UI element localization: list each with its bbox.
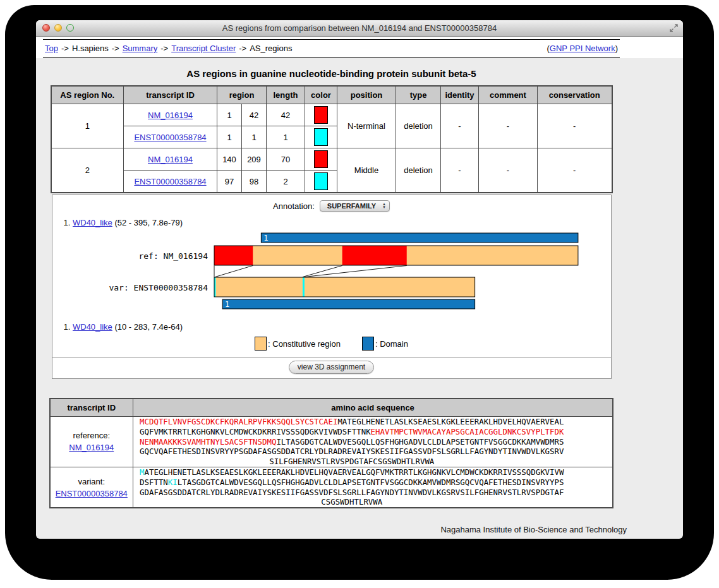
role-label: variant: [78, 477, 105, 486]
color-swatch [314, 150, 328, 168]
legend-label: : Domain [375, 339, 408, 349]
col-header-length: length [267, 86, 305, 104]
col-header-as-region-no: AS region No. [51, 86, 124, 104]
annotation-row: Annotation: SUPERFAMILY ▲▼ [52, 198, 611, 214]
region-length: 1 [267, 126, 305, 148]
sequence-table: transcript ID amino acid sequence refere… [49, 398, 614, 508]
type-cell: deletion [396, 104, 441, 148]
region-end: 98 [242, 171, 267, 193]
page-title: AS regions in guanine nucleotide-binding… [43, 68, 620, 79]
col-header-position: position [337, 86, 396, 104]
view-3d-row: view 3D assignment [52, 357, 611, 378]
variant-id-cell: variant: ENST00000358784 [50, 467, 133, 508]
color-swatch [314, 172, 328, 190]
breadcrumb-separator: -> [112, 44, 119, 53]
window-title: AS regions from comparison between NM_01… [36, 23, 683, 33]
gnp-ppi-network: (GNP PPI Network) [547, 44, 618, 53]
as-regions-table: AS region No. transcript ID region lengt… [51, 85, 613, 193]
breadcrumb-path: Top->H.sapiens->Summary->Transcript Clus… [45, 44, 292, 53]
as-region-connector [302, 266, 342, 277]
col-header-color: color [305, 86, 337, 104]
position-cell: Middle [337, 148, 396, 193]
title-bar: AS regions from comparison between NM_01… [36, 20, 683, 37]
breadcrumb-item-as-regions: AS_regions [250, 44, 292, 53]
as-table-header-row: AS region No. transcript ID region lengt… [51, 86, 612, 104]
as-region-number: 1 [51, 104, 124, 148]
legend-label: : Constitutive region [268, 339, 341, 349]
region-length: 42 [267, 104, 305, 126]
comment-cell: - [479, 104, 538, 148]
region-end: 1 [242, 126, 267, 148]
zoom-button-icon[interactable] [66, 24, 74, 32]
variant-sequence: MATEGLHENETLASLKSEAESLKGKLEEERAKLHDVELHQ… [138, 467, 565, 507]
breadcrumb-separator: -> [61, 44, 69, 53]
breadcrumb-link-summary[interactable]: Summary [123, 44, 158, 53]
note-detail: (10 - 283, 7.4e-64) [114, 322, 183, 332]
transcript-link[interactable]: ENST00000358784 [134, 177, 206, 186]
conservation-cell: - [538, 148, 612, 193]
as-region-connector [215, 266, 253, 277]
sequence-segment: M [140, 467, 144, 477]
seq-col-header-transcript-id: transcript ID [50, 399, 133, 417]
position-cell: N-terminal [337, 104, 396, 148]
ref-bar-label: ref: NM_016194 [138, 251, 208, 261]
resize-arrows-icon[interactable] [669, 23, 679, 33]
breadcrumb-link-top[interactable]: Top [45, 44, 58, 53]
breadcrumb-item-species: H.sapiens [72, 44, 109, 53]
region-length: 70 [267, 148, 305, 171]
gnp-ppi-network-link[interactable]: GNP PPI Network [550, 44, 615, 53]
region-start: 140 [217, 148, 242, 171]
annotation-label: Annotation: [273, 201, 315, 211]
identity-cell: - [441, 148, 479, 193]
breadcrumb-band: Top->H.sapiens->Summary->Transcript Clus… [36, 37, 683, 58]
breadcrumb-link-transcript-cluster[interactable]: Transcript Cluster [171, 44, 236, 53]
transcript-cell: NM_016194 [124, 104, 217, 126]
breadcrumb-separator: -> [160, 44, 168, 53]
transcript-link[interactable]: NM_016194 [69, 443, 114, 452]
region-start: 97 [217, 171, 242, 193]
color-cell [305, 171, 337, 193]
breadcrumb: Top->H.sapiens->Summary->Transcript Clus… [43, 39, 620, 58]
col-header-transcript-id: transcript ID [124, 86, 217, 104]
footer-credit: Nagahama Institute of Bio-Science and Te… [50, 525, 627, 534]
close-button-icon[interactable] [42, 24, 50, 32]
transcript-cell: NM_016194 [124, 148, 217, 171]
region-length: 2 [267, 171, 305, 193]
identity-cell: - [441, 104, 479, 148]
page-content: AS regions in guanine nucleotide-binding… [43, 68, 620, 534]
breadcrumb-separator: -> [239, 44, 246, 53]
region-start: 1 [217, 104, 242, 126]
minimize-button-icon[interactable] [54, 24, 62, 32]
transcript-link[interactable]: ENST00000358784 [134, 133, 206, 142]
sequence-segment: MCDQTFLVNVFGSCDKCFKQRALRPVFKKSQQLSYCSTCA… [140, 417, 337, 426]
annotation-select[interactable]: SUPERFAMILY ▲▼ [320, 200, 390, 212]
ref-as-region [214, 246, 253, 265]
diagram-legend: : Constitutive region : Domain [52, 337, 611, 351]
legend-constitutive: : Constitutive region [255, 337, 341, 351]
var-domain-bar [222, 299, 474, 309]
constitutive-swatch [255, 337, 267, 351]
paren-close: ) [615, 44, 618, 53]
color-swatch [314, 128, 328, 146]
transcript-link[interactable]: NM_016194 [148, 155, 193, 164]
var-domain-label: 1 [225, 300, 229, 309]
reference-sequence: MCDQTFLVNVFGSCDKCFKQRALRPVFKKSQQLSYCSTCA… [138, 417, 565, 467]
select-stepper-icon: ▲▼ [382, 203, 386, 209]
transcript-link[interactable]: ENST00000358784 [56, 489, 128, 498]
var-as-region [302, 277, 304, 297]
as-region-connector [304, 266, 406, 277]
view-3d-assignment-button[interactable]: view 3D assignment [289, 361, 374, 374]
wd40-like-link[interactable]: WD40_like [73, 322, 112, 332]
wd40-like-link[interactable]: WD40_like [73, 218, 112, 227]
color-swatch [314, 106, 328, 124]
transcript-link[interactable]: NM_016194 [148, 111, 193, 120]
col-header-identity: identity [441, 86, 479, 104]
ref-domain-note: 1. WD40_like (52 - 395, 7.8e-79) [64, 218, 611, 227]
seq-table-header-row: transcript ID amino acid sequence [50, 399, 613, 417]
note-index: 1. [64, 218, 71, 227]
region-end: 42 [242, 104, 267, 126]
color-cell [305, 126, 337, 148]
color-cell [305, 104, 337, 126]
transcript-cell: ENST00000358784 [124, 171, 217, 193]
var-bar-label: var: ENST00000358784 [109, 283, 208, 292]
